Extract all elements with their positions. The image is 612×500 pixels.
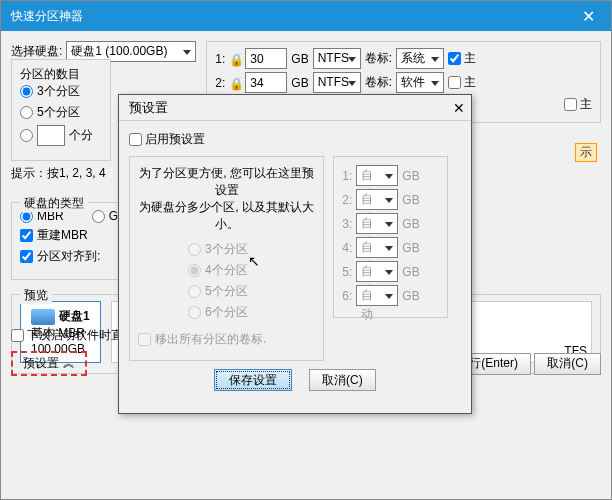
lock-icon: 🔒	[229, 77, 241, 89]
part1-vol-select[interactable]: 系统	[396, 48, 444, 69]
part2-primary-check[interactable]	[448, 76, 461, 89]
align-check[interactable]	[20, 250, 33, 263]
part1-unit: GB	[291, 52, 308, 66]
dialog-title: 预设置	[129, 99, 168, 117]
enable-preset-check[interactable]	[129, 133, 142, 146]
count-custom-input[interactable]	[37, 125, 65, 146]
lock-icon: 🔒	[229, 53, 241, 65]
preset-desc1: 为了分区更方便, 您可以在这里预设置	[138, 165, 315, 199]
part3-primary-check[interactable]	[564, 98, 577, 111]
preset-6-radio[interactable]	[188, 306, 201, 319]
count-3-radio[interactable]	[20, 85, 33, 98]
part1-primary-check[interactable]	[448, 52, 461, 65]
preset-button[interactable]: 预设置 ︽	[11, 351, 87, 376]
disktype-title: 硬盘的类型	[20, 195, 88, 212]
part2-vollabel: 卷标:	[365, 74, 392, 91]
count-5-radio[interactable]	[20, 106, 33, 119]
part1-fs-select[interactable]: NTFS	[313, 48, 361, 69]
preset-size-2[interactable]: 自动	[356, 189, 398, 210]
chevron-up-icon: ︽	[63, 355, 75, 372]
preview-title: 预览	[20, 287, 52, 304]
preset-4-radio[interactable]	[188, 264, 201, 277]
preset-size-1[interactable]: 自动	[356, 165, 398, 186]
preset-size-5[interactable]: 自动	[356, 261, 398, 282]
titlebar: 快速分区神器 ✕	[1, 1, 611, 31]
part2-unit: GB	[291, 76, 308, 90]
part2-size-input[interactable]	[245, 72, 287, 93]
window-close-button[interactable]: ✕	[566, 1, 611, 31]
preset-dialog: 预设置 ✕ 启用预设置 为了分区更方便, 您可以在这里预设置 为硬盘分多少个区,…	[118, 94, 472, 414]
preset-5-radio[interactable]	[188, 285, 201, 298]
count-custom-radio[interactable]	[20, 129, 33, 142]
preset-3-radio[interactable]	[188, 243, 201, 256]
part2-fs-select[interactable]: NTFS	[313, 72, 361, 93]
preset-size-6[interactable]: 自动	[356, 285, 398, 306]
preset-size-4[interactable]: 自动	[356, 237, 398, 258]
cancel-button[interactable]: 取消(C)	[534, 353, 601, 375]
part1-index: 1:	[215, 52, 225, 66]
part1-vollabel: 卷标:	[365, 50, 392, 67]
part1-size-input[interactable]	[245, 48, 287, 69]
main-window: 快速分区神器 ✕ 选择硬盘: 硬盘1 (100.00GB) 1: 🔒 GB NT…	[0, 0, 612, 500]
marker-text: 示	[575, 143, 597, 162]
part2-index: 2:	[215, 76, 225, 90]
count-title: 分区的数目	[20, 67, 80, 81]
window-title: 快速分区神器	[11, 8, 83, 25]
gpt-radio[interactable]	[92, 210, 105, 223]
autostart-check[interactable]	[11, 329, 24, 342]
preset-desc2: 为硬盘分多少个区, 以及其默认大小。	[138, 199, 315, 233]
moveout-check[interactable]	[138, 333, 151, 346]
rebuild-mbr-check[interactable]	[20, 229, 33, 242]
disk-icon	[31, 309, 55, 325]
dialog-close-button[interactable]: ✕	[453, 100, 465, 116]
cancel-preset-button[interactable]: 取消(C)	[309, 369, 376, 391]
save-preset-button[interactable]: 保存设置	[214, 369, 292, 391]
hint-text: 提示：按1, 2, 3, 4	[11, 166, 106, 180]
part2-vol-select[interactable]: 软件	[396, 72, 444, 93]
preset-size-3[interactable]: 自动	[356, 213, 398, 234]
disk-select-label: 选择硬盘:	[11, 43, 62, 60]
